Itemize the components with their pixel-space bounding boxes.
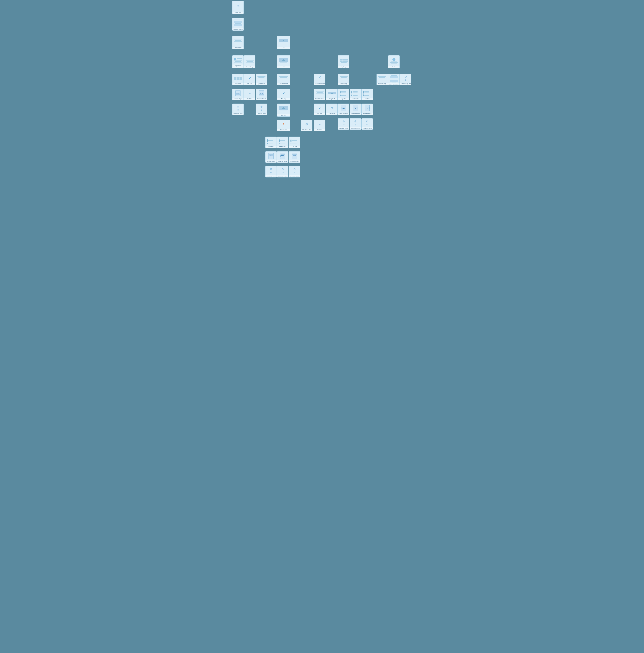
card-label-my-drugs: My Drugs	[338, 66, 349, 68]
card-gen-report-8[interactable]: PDF Generate Report	[289, 151, 300, 163]
card-low-risk-2[interactable]: Low Risk	[289, 137, 300, 148]
card-label-gen-report-1: Generate Report	[232, 98, 244, 100]
card-label-dl-send-3: Download / Send	[338, 127, 349, 129]
card-label-gen-report-4: Generate Report	[350, 113, 361, 115]
card-label-gen-report-3: Generate Report	[338, 113, 349, 115]
card-label-low-risk-1: Low Risk	[362, 98, 373, 100]
card-medium-risk-1[interactable]: Medium Risk	[350, 89, 361, 100]
card-gen-report-4[interactable]: PDF Generate Report	[350, 103, 361, 115]
card-gen-report-1[interactable]: PDF Generate Report	[232, 89, 244, 100]
card-label-register: Register / Sign In	[232, 28, 244, 30]
card-card-flow-2[interactable]: ⊞Card Flow	[326, 103, 338, 115]
card-label-search-drugs: Search Drugs	[244, 66, 255, 68]
connector-lines	[229, 0, 415, 201]
card-gen-report-3[interactable]: PDF Generate Report	[338, 103, 349, 115]
card-label-dl-send-8: Download / Send	[289, 175, 300, 177]
card-dl-send-5[interactable]: ⚙⚙Download / Send	[362, 118, 373, 130]
card-label-current-drugs: Current Drugs	[338, 83, 349, 85]
card-search-by-name[interactable]: Search by Name	[314, 89, 325, 100]
card-label-gen-report-2: Generate Report	[256, 98, 267, 100]
card-register[interactable]: Register / Sign In	[232, 18, 244, 31]
card-label-add-drug-3: Add Drug	[314, 113, 325, 115]
card-add-drug-2[interactable]: ✓Add Drug	[277, 89, 290, 100]
card-dl-send-6[interactable]: ⚙⚙Download / Send	[265, 166, 277, 177]
card-label-gen-report-6: Generate Report	[266, 160, 277, 163]
card-take-photo-2[interactable]: Take Photo	[232, 74, 244, 85]
card-label-profile: Profile	[388, 66, 399, 68]
card-label-gen-report-7: Generate Report	[277, 160, 288, 163]
card-medium-risk-2[interactable]: Medium Risk	[277, 137, 289, 148]
card-search-drugs[interactable]: Search Drugs	[244, 55, 255, 68]
card-label-archived-drugs: Archived Drugs	[377, 83, 388, 85]
card-label-check-adrs: Check ADRs	[277, 129, 290, 131]
card-add-edit-details[interactable]: Add / Edit Details	[388, 74, 400, 85]
card-profile[interactable]: Profile	[388, 55, 400, 68]
card-current-drugs[interactable]: Current Drugs	[338, 74, 349, 85]
card-dl-send-4[interactable]: ⚙⚙Download / Send	[350, 118, 361, 130]
card-gen-report-7[interactable]: PDF Generate Report	[277, 151, 289, 163]
card-label-high-risk-1: High Risk	[338, 98, 349, 100]
card-my-drugs[interactable]: My Drugs	[338, 55, 349, 68]
card-gen-report-2[interactable]: PDF Generate Report	[256, 89, 267, 100]
card-card-flow-3[interactable]: ⊞Card Flow	[314, 120, 325, 131]
card-gen-report-5[interactable]: PDF Generate Report	[362, 103, 373, 115]
card-label-low-risk-2: Low Risk	[289, 146, 300, 148]
card-check-adrs[interactable]: !Check ADRs	[277, 120, 290, 131]
card-label-add-drug-1: Add Drug	[244, 83, 255, 85]
card-label-dl-send-2: Download / Send	[256, 113, 267, 115]
card-quick-report-1[interactable]: Quick Report	[232, 36, 244, 49]
card-label-settings: Settings / Sign Out	[400, 83, 411, 85]
card-label-medium-risk-1: Medium Risk	[350, 98, 361, 100]
card-low-risk-1[interactable]: Low Risk	[362, 89, 373, 100]
card-take-photo-1[interactable]: Take Photo	[277, 55, 290, 68]
card-label-quick-report-1: Quick Report	[232, 47, 244, 49]
card-label-dl-send-1: Download / Send	[232, 113, 244, 115]
card-home[interactable]: Home	[277, 36, 290, 49]
card-label-take-photo-2: Take Photo	[232, 83, 244, 85]
card-label-home: Home	[277, 47, 290, 49]
card-label-add-patient: Add Patient's Details	[232, 65, 244, 68]
card-quick-report-2[interactable]: Quick Report	[256, 74, 267, 85]
card-label-matches-found: Matches Found	[277, 83, 290, 85]
card-gen-report-6[interactable]: PDF Generate Report	[265, 151, 277, 163]
card-label-install-app: Install App	[232, 11, 244, 14]
card-label-quick-report-2: Quick Report	[256, 83, 267, 85]
card-add-drug-3[interactable]: ✓Add Drug	[314, 103, 325, 115]
card-dl-send-2[interactable]: ⚙⚙Download / Send	[256, 103, 267, 115]
card-label-drug-card-2: Drug Card	[277, 114, 290, 117]
card-label-dl-send-4: Download / Send	[350, 127, 361, 129]
card-dl-send-1[interactable]: ⚙⚙Download / Send	[232, 103, 244, 115]
card-label-dl-send-5: Download / Send	[362, 127, 373, 129]
card-label-take-photo-1: Take Photo	[277, 66, 290, 68]
card-dl-send-7[interactable]: ⚙⚙Download / Send	[277, 166, 289, 177]
card-drug-card-2[interactable]: Drug Card	[277, 103, 290, 117]
card-settings[interactable]: ⚙⚙Settings / Sign Out	[400, 74, 411, 85]
card-label-add-edit-details: Add / Edit Details	[388, 83, 399, 85]
card-label-add-drug-2: Add Drug	[277, 98, 290, 100]
card-label-gen-report-8: Generate Report	[289, 160, 300, 163]
card-high-risk-1[interactable]: High Risk	[338, 89, 349, 100]
flow-diagram: ⚙Install App Register / Sign In Quick Re…	[229, 0, 415, 201]
card-edit-delete[interactable]: ⚙Edit / Delete Drug	[301, 120, 313, 131]
card-label-medium-risk-2: Medium Risk	[277, 146, 288, 148]
card-high-risk-2[interactable]: High Risk	[265, 137, 277, 148]
card-install-app[interactable]: ⚙Install App	[232, 1, 244, 14]
card-label-card-flow-3: Card Flow	[314, 129, 325, 131]
card-dl-send-3[interactable]: ⚙⚙Download / Send	[338, 118, 349, 130]
card-label-dl-send-7: Download / Send	[277, 175, 288, 177]
card-label-dl-send-6: Download / Send	[266, 175, 277, 177]
card-archived-drugs[interactable]: Archived Drugs	[376, 74, 388, 85]
card-label-no-matches: No Matches Found	[314, 83, 325, 85]
card-add-drug-1[interactable]: ✓Add Drug	[244, 74, 255, 85]
card-drug-card-1[interactable]: Drug Card	[326, 89, 338, 100]
card-dl-send-8[interactable]: ⚙⚙Download / Send	[289, 166, 300, 177]
card-add-patient[interactable]: Add Patient's Details	[232, 55, 244, 68]
card-no-matches[interactable]: ✕ No Matches Found	[314, 74, 325, 85]
card-label-gen-report-5: Generate Report	[362, 113, 373, 115]
card-label-drug-card-1: Drug Card	[326, 98, 338, 100]
card-label-high-risk-2: High Risk	[266, 146, 277, 148]
card-card-flow-1[interactable]: ⊞Card Flow	[244, 89, 255, 100]
card-label-search-by-name: Search by Name	[314, 98, 325, 100]
card-label-card-flow-2: Card Flow	[326, 113, 338, 115]
card-matches-found[interactable]: Matches Found	[277, 74, 290, 85]
